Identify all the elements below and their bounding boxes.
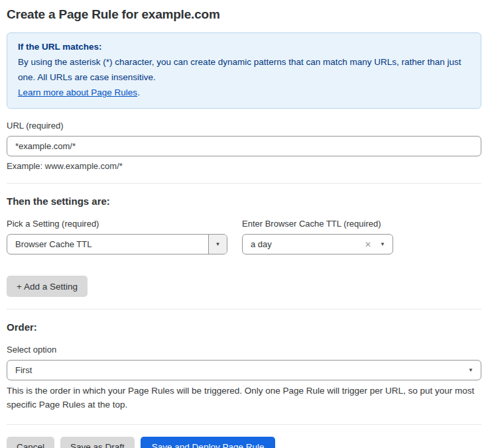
page-rule-form: Create a Page Rule for example.com If th… <box>0 0 488 448</box>
ttl-picker-column: Enter Browser Cache TTL (required) a day… <box>242 207 393 254</box>
chevron-down-icon: ▼ <box>215 242 221 247</box>
chevron-down-icon: ▼ <box>468 368 473 373</box>
clear-icon[interactable]: ✕ <box>365 241 371 249</box>
order-select-label: Select option <box>7 345 481 355</box>
setting-picker-dropdown[interactable]: Browser Cache TTL ▼ <box>7 234 227 254</box>
order-select[interactable]: First ▼ <box>7 360 481 380</box>
url-example-hint: Example: www.example.com/* <box>7 161 481 171</box>
page-title: Create a Page Rule for example.com <box>7 0 481 22</box>
divider <box>7 309 481 309</box>
info-box-body-text: By using the asterisk (*) character, you… <box>18 57 461 82</box>
ttl-picker-dropdown[interactable]: a day ✕ ▼ <box>242 234 393 254</box>
setting-picker-arrow-segment[interactable]: ▼ <box>208 235 227 254</box>
setting-picker-column: Pick a Setting (required) Browser Cache … <box>7 207 227 254</box>
info-box-heading: If the URL matches: <box>18 39 470 54</box>
ttl-picker-label: Enter Browser Cache TTL (required) <box>242 219 393 229</box>
divider <box>7 424 481 425</box>
setting-picker-value: Browser Cache TTL <box>7 235 208 254</box>
url-matches-info-box: If the URL matches: By using the asteris… <box>7 32 481 109</box>
setting-picker-label: Pick a Setting (required) <box>7 219 227 229</box>
order-section-heading: Order: <box>7 321 481 333</box>
order-help-text: This is the order in which your Page Rul… <box>7 384 481 412</box>
settings-section-heading: Then the settings are: <box>7 196 481 207</box>
save-and-deploy-button[interactable]: Save and Deploy Page Rule <box>141 437 276 448</box>
divider <box>7 183 481 184</box>
url-field-label: URL (required) <box>7 121 481 131</box>
footer-actions: Cancel Save as Draft Save and Deploy Pag… <box>7 437 481 448</box>
info-box-body: By using the asterisk (*) character, you… <box>18 54 470 85</box>
info-box-link-line: Learn more about Page Rules. <box>18 85 470 100</box>
save-as-draft-button[interactable]: Save as Draft <box>60 437 135 448</box>
order-select-value: First <box>15 365 468 375</box>
chevron-down-icon: ▼ <box>380 242 385 247</box>
link-suffix: . <box>137 87 140 97</box>
cancel-button[interactable]: Cancel <box>7 437 54 448</box>
learn-more-link[interactable]: Learn more about Page Rules <box>18 87 137 97</box>
add-setting-button[interactable]: + Add a Setting <box>7 276 88 297</box>
settings-row: Pick a Setting (required) Browser Cache … <box>7 207 481 254</box>
ttl-picker-value: a day <box>251 239 365 249</box>
url-input[interactable] <box>7 136 481 156</box>
